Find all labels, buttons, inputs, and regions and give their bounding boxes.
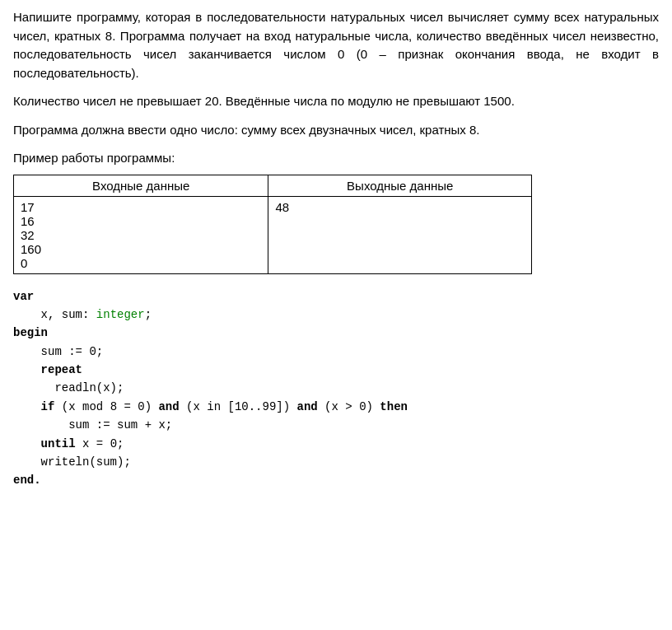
code-sum-body: sum := sum + x; (13, 416, 659, 434)
table-header-input: Входные данные (14, 175, 268, 196)
paragraph-1: Напишите программу, которая в последоват… (13, 8, 659, 82)
code-until: until x = 0; (13, 435, 659, 453)
code-repeat: repeat (13, 361, 659, 379)
input-row-4: 160 (21, 242, 261, 256)
example-label: Пример работы программы: (13, 149, 659, 168)
paragraph-3: Программа должна ввести одно число: сумм… (13, 121, 659, 140)
code-type: integer (96, 308, 145, 321)
code-end: end. (13, 471, 659, 489)
example-table: Входные данные Выходные данные 17 16 32 … (13, 175, 532, 274)
table-header-output: Выходные данные (268, 175, 532, 196)
input-row-1: 17 (21, 200, 261, 214)
code-block: var x, sum: integer; begin sum := 0; rep… (13, 287, 659, 490)
input-row-2: 16 (21, 214, 261, 228)
input-row-5: 0 (21, 256, 261, 270)
code-begin: begin (13, 324, 659, 342)
code-writeln: writeln(sum); (13, 453, 659, 471)
input-row-3: 32 (21, 228, 261, 242)
code-if-line: if (x mod 8 = 0) and (x in [10..99]) and… (13, 398, 659, 416)
paragraph-2: Количество чисел не превышает 20. Введён… (13, 92, 659, 111)
table-cell-output: 48 (268, 196, 532, 273)
code-sum-init: sum := 0; (13, 343, 659, 361)
table-cell-input: 17 16 32 160 0 (14, 196, 268, 273)
code-readln: readln(x); (13, 379, 659, 397)
code-var: var (13, 287, 659, 306)
code-vars: x, sum: integer; (13, 306, 659, 324)
